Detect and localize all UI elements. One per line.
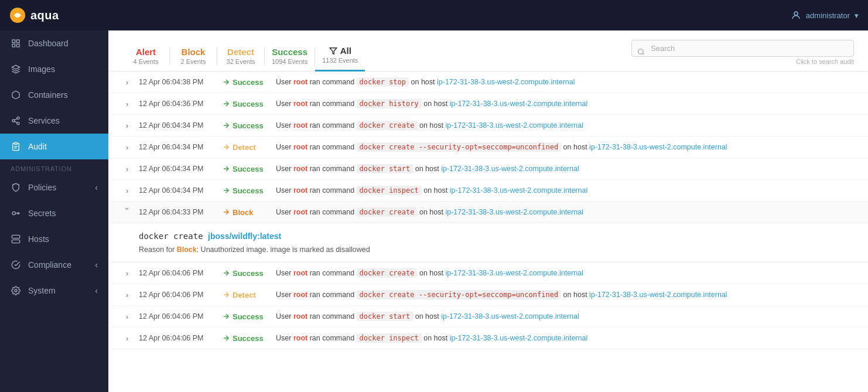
- services-icon: [11, 115, 21, 126]
- system-icon: [11, 285, 21, 296]
- event-type-badge: Success: [222, 312, 269, 321]
- sidebar-item-containers[interactable]: Containers: [0, 82, 108, 108]
- tab-all[interactable]: All 1132 Events: [315, 46, 365, 71]
- svg-marker-21: [330, 47, 337, 54]
- event-type-badge: Detect: [222, 143, 269, 152]
- tab-block-label: Block: [182, 47, 206, 57]
- sidebar-item-images[interactable]: Images: [0, 56, 108, 82]
- event-description: User root ran command docker inspect on …: [276, 186, 854, 195]
- svg-line-11: [15, 118, 18, 120]
- svg-rect-3: [16, 40, 19, 43]
- tab-alert-count: 4 Events: [134, 58, 159, 65]
- arrow-icon: [222, 78, 230, 86]
- tab-success[interactable]: Success 1094 Events: [265, 47, 315, 71]
- topbar: aqua administrator ▾: [0, 0, 868, 30]
- event-time: 12 Apr 06:04:34 PM: [139, 143, 215, 151]
- event-type-badge: Success: [222, 78, 269, 87]
- tab-all-count: 1132 Events: [322, 57, 358, 64]
- logo-text: aqua: [30, 9, 59, 22]
- event-time: 12 Apr 06:04:06 PM: [139, 312, 215, 321]
- arrow-icon: [222, 334, 230, 342]
- search-input[interactable]: [631, 40, 854, 57]
- policies-arrow-icon: ‹: [95, 183, 98, 192]
- table-row: › 12 Apr 06:04:34 PM Detect User root ra…: [108, 137, 868, 158]
- expand-button[interactable]: ›: [122, 268, 132, 278]
- svg-point-20: [15, 289, 17, 292]
- event-type-badge: Detect: [222, 291, 269, 299]
- event-time: 12 Apr 06:04:38 PM: [139, 78, 215, 86]
- sidebar-item-system[interactable]: System ‹: [0, 278, 108, 304]
- svg-point-8: [12, 120, 15, 122]
- compliance-icon: [11, 260, 21, 270]
- event-description: User root ran command docker create on h…: [276, 208, 854, 216]
- sidebar-item-services[interactable]: Services: [0, 108, 108, 134]
- expand-button[interactable]: ›: [122, 207, 132, 217]
- table-row: › 12 Apr 06:04:33 PM Block User root ran…: [108, 202, 868, 223]
- table-row: › 12 Apr 06:04:06 PM Detect User root ra…: [108, 284, 868, 306]
- event-type-badge: Success: [222, 165, 269, 173]
- secrets-icon: [11, 208, 21, 219]
- admin-section-label: Administration: [0, 159, 108, 175]
- event-type-badge: Success: [222, 100, 269, 108]
- search-icon: [637, 48, 645, 57]
- sidebar-label-system: System: [28, 286, 56, 295]
- svg-point-22: [638, 49, 644, 54]
- svg-marker-6: [12, 65, 19, 69]
- sidebar-label-policies: Policies: [28, 183, 56, 192]
- events-table: › 12 Apr 06:04:38 PM Success User root r…: [108, 71, 868, 349]
- svg-point-7: [17, 117, 19, 119]
- table-row: › 12 Apr 06:04:34 PM Success User root r…: [108, 115, 868, 137]
- tab-detect[interactable]: Detect 32 Events: [217, 47, 264, 71]
- sidebar-item-secrets[interactable]: Secrets: [0, 200, 108, 226]
- tab-alert[interactable]: Alert 4 Events: [122, 47, 169, 71]
- logo: aqua: [9, 7, 59, 23]
- event-time: 12 Apr 06:04:34 PM: [139, 186, 215, 195]
- event-description: User root ran command docker history on …: [276, 100, 854, 108]
- expand-button[interactable]: ›: [122, 290, 132, 299]
- expand-button[interactable]: ›: [122, 333, 132, 343]
- svg-rect-2: [12, 40, 15, 43]
- sidebar-item-audit[interactable]: Audit: [0, 134, 108, 159]
- sidebar-item-compliance[interactable]: Compliance ‹: [0, 252, 108, 278]
- tab-detect-label: Detect: [227, 47, 254, 57]
- tab-block-count: 2 Events: [181, 58, 206, 65]
- sidebar-item-policies[interactable]: Policies ‹: [0, 175, 108, 200]
- sidebar-label-services: Services: [28, 116, 60, 125]
- arrow-icon: [222, 312, 230, 321]
- expand-button[interactable]: ›: [122, 164, 132, 173]
- svg-line-10: [15, 121, 18, 123]
- svg-rect-17: [12, 240, 19, 243]
- table-row: › 12 Apr 06:04:34 PM Success User root r…: [108, 180, 868, 202]
- event-description: User root ran command docker create on h…: [276, 121, 854, 129]
- event-time: 12 Apr 06:04:36 PM: [139, 100, 215, 108]
- arrow-icon: [222, 208, 230, 216]
- event-description: User root ran command docker inspect on …: [276, 334, 854, 342]
- arrow-icon: [222, 143, 230, 151]
- tabs-bar: Alert 4 Events Block 2 Events Detect 32 …: [108, 30, 868, 71]
- tab-detect-count: 32 Events: [227, 58, 255, 65]
- user-menu[interactable]: administrator ▾: [791, 10, 859, 21]
- event-description: User root ran command docker create --se…: [276, 291, 854, 299]
- arrow-icon: [222, 100, 230, 108]
- expand-button[interactable]: ›: [122, 99, 132, 108]
- expand-button[interactable]: ›: [122, 121, 132, 130]
- tab-success-label: Success: [272, 47, 307, 57]
- expand-button[interactable]: ›: [122, 77, 132, 87]
- sidebar-item-dashboard[interactable]: Dashboard: [0, 30, 108, 56]
- event-description: User root ran command docker stop on hos…: [276, 78, 854, 86]
- sidebar-item-hosts[interactable]: Hosts: [0, 226, 108, 252]
- expand-button[interactable]: ›: [122, 312, 132, 321]
- event-type-badge: Block: [222, 208, 269, 217]
- event-time: 12 Apr 06:04:06 PM: [139, 334, 215, 342]
- tab-all-label: All: [329, 46, 351, 56]
- arrow-icon: [222, 291, 230, 299]
- tab-block[interactable]: Block 2 Events: [170, 47, 217, 71]
- policies-icon: [11, 182, 21, 193]
- expand-button[interactable]: ›: [122, 142, 132, 152]
- table-row: › 12 Apr 06:04:38 PM Success User root r…: [108, 71, 868, 93]
- table-row: › 12 Apr 06:04:06 PM Success User root r…: [108, 306, 868, 328]
- block-detail-command: docker create jboss/wildfly:latest: [139, 231, 854, 241]
- expand-button[interactable]: ›: [122, 186, 132, 195]
- svg-rect-4: [12, 44, 15, 47]
- sidebar-label-audit: Audit: [28, 142, 47, 151]
